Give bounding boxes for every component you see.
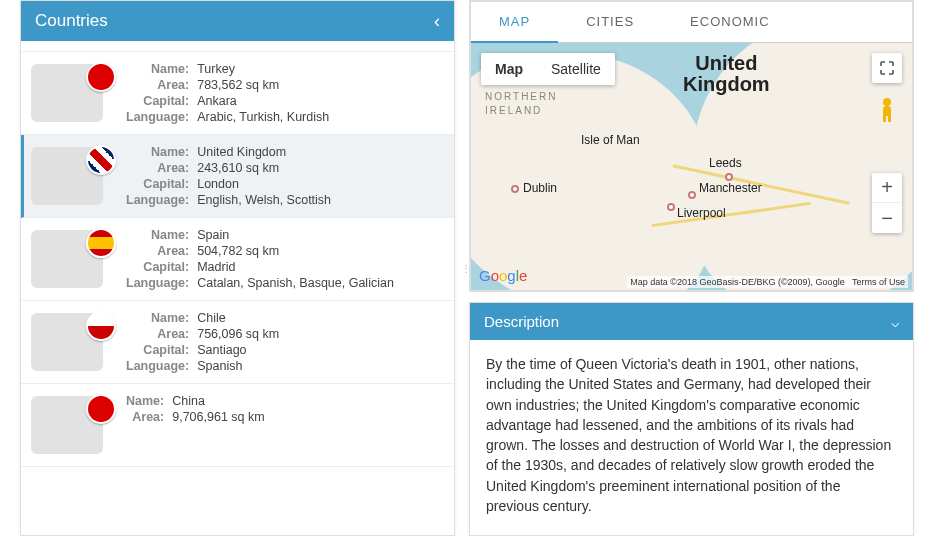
country-thumb <box>31 311 116 373</box>
description-title: Description <box>484 313 559 330</box>
label-language: Language: <box>126 193 189 207</box>
value-name: Turkey <box>197 62 440 76</box>
label-name: Name: <box>126 394 164 408</box>
label-capital: Capital: <box>126 343 189 357</box>
map-type-map[interactable]: Map <box>481 53 537 85</box>
country-item[interactable]: Name: Area: Capital: Language:French, Ge… <box>21 41 454 52</box>
country-item[interactable]: Name:United Kingdom Area:243,610 sq km C… <box>21 135 454 218</box>
value-name: United Kingdom <box>197 145 440 159</box>
label-capital: Capital: <box>126 260 189 274</box>
zoom-control: + − <box>872 173 902 233</box>
countries-title: Countries <box>35 11 108 31</box>
map-city-leeds: Leeds <box>709 156 742 170</box>
label-name: Name: <box>126 311 189 325</box>
label-language: Language: <box>126 110 189 124</box>
label-capital: Capital: <box>126 177 189 191</box>
map-region-ireland: IRELAND <box>485 105 542 116</box>
terms-link[interactable]: Terms of Use <box>852 277 905 287</box>
map-title: UnitedKingdom <box>683 53 770 95</box>
map-region-northern: NORTHERN <box>485 91 557 102</box>
tab-economic[interactable]: ECONOMIC <box>662 2 798 42</box>
value-area: 9,706,961 sq km <box>172 410 440 424</box>
flag-icon <box>86 228 116 258</box>
map-city-manchester: Manchester <box>699 181 762 195</box>
value-capital: Ankara <box>197 94 440 108</box>
value-language: Catalan, Spanish, Basque, Galician <box>197 276 440 290</box>
description-body: By the time of Queen Victoria's death in… <box>470 340 913 535</box>
svg-rect-1 <box>883 106 891 116</box>
map-city-liverpool: Liverpool <box>677 206 726 220</box>
value-area: 783,562 sq km <box>197 78 440 92</box>
country-details: Name:United Kingdom Area:243,610 sq km C… <box>126 145 440 207</box>
value-language: Arabic, Turkish, Kurdish <box>197 110 440 124</box>
description-header[interactable]: Description ⌵ <box>470 303 913 340</box>
countries-header[interactable]: Countries ‹ <box>21 1 454 41</box>
map-type-control: Map Satellite <box>481 53 615 85</box>
value-language: Spanish <box>197 359 440 373</box>
map-type-satellite[interactable]: Satellite <box>537 53 615 85</box>
tab-cities[interactable]: CITIES <box>558 2 662 42</box>
pegman-icon[interactable] <box>872 95 902 125</box>
map-container[interactable]: Map Satellite UnitedKingdom NORTHERN IRE… <box>470 43 913 291</box>
map-city-isleofman: Isle of Man <box>581 133 640 147</box>
map-city-dublin: Dublin <box>523 181 557 195</box>
country-thumb <box>31 62 116 124</box>
value-name: Spain <box>197 228 440 242</box>
google-logo: Google <box>479 267 527 284</box>
value-area: 756,096 sq km <box>197 327 440 341</box>
tab-map[interactable]: MAP <box>471 2 558 43</box>
svg-rect-3 <box>888 115 891 122</box>
flag-icon <box>86 62 116 92</box>
label-area: Area: <box>126 161 189 175</box>
value-name: Chile <box>197 311 440 325</box>
country-details: Name:Turkey Area:783,562 sq km Capital:A… <box>126 62 440 124</box>
label-name: Name: <box>126 62 189 76</box>
country-thumb <box>31 228 116 290</box>
value-name: China <box>172 394 440 408</box>
label-language: Language: <box>126 276 189 290</box>
tabs: MAPCITIESECONOMIC <box>470 1 913 43</box>
flag-icon <box>86 145 116 175</box>
country-thumb <box>31 394 116 456</box>
country-item[interactable]: Name:China Area:9,706,961 sq km <box>21 384 454 467</box>
description-panel: Description ⌵ By the time of Queen Victo… <box>469 302 914 536</box>
country-item[interactable]: Name:Spain Area:504,782 sq km Capital:Ma… <box>21 218 454 301</box>
value-capital: Santiago <box>197 343 440 357</box>
right-panel: MAPCITIESECONOMIC Map Satellite UnitedKi… <box>469 0 914 536</box>
countries-panel: Countries ‹ Name: Area: Capital: Languag… <box>20 0 455 536</box>
fullscreen-icon[interactable] <box>872 53 902 83</box>
collapse-icon[interactable]: ‹ <box>434 12 440 30</box>
country-details: Name:Spain Area:504,782 sq km Capital:Ma… <box>126 228 440 290</box>
label-area: Area: <box>126 78 189 92</box>
label-area: Area: <box>126 244 189 258</box>
chevron-down-icon[interactable]: ⌵ <box>891 314 899 330</box>
value-capital: Madrid <box>197 260 440 274</box>
country-item[interactable]: Name:Chile Area:756,096 sq km Capital:Sa… <box>21 301 454 384</box>
flag-icon <box>86 311 116 341</box>
svg-rect-2 <box>883 115 886 122</box>
country-details: Name:China Area:9,706,961 sq km <box>126 394 440 424</box>
map-credits: Map data ©2018 GeoBasis-DE/BKG (©2009), … <box>627 276 908 288</box>
zoom-in-button[interactable]: + <box>872 173 902 203</box>
label-name: Name: <box>126 228 189 242</box>
country-details: Name:Chile Area:756,096 sq km Capital:Sa… <box>126 311 440 373</box>
value-area: 243,610 sq km <box>197 161 440 175</box>
label-area: Area: <box>126 327 189 341</box>
country-item[interactable]: Name:Turkey Area:783,562 sq km Capital:A… <box>21 52 454 135</box>
label-name: Name: <box>126 145 189 159</box>
value-language: English, Welsh, Scottish <box>197 193 440 207</box>
country-list[interactable]: Name: Area: Capital: Language:French, Ge… <box>21 41 454 535</box>
value-capital: London <box>197 177 440 191</box>
country-thumb <box>31 145 116 207</box>
zoom-out-button[interactable]: − <box>872 203 902 233</box>
svg-point-0 <box>883 98 891 106</box>
label-capital: Capital: <box>126 94 189 108</box>
label-language: Language: <box>126 359 189 373</box>
value-area: 504,782 sq km <box>197 244 440 258</box>
flag-icon <box>86 394 116 424</box>
label-area: Area: <box>126 410 164 424</box>
